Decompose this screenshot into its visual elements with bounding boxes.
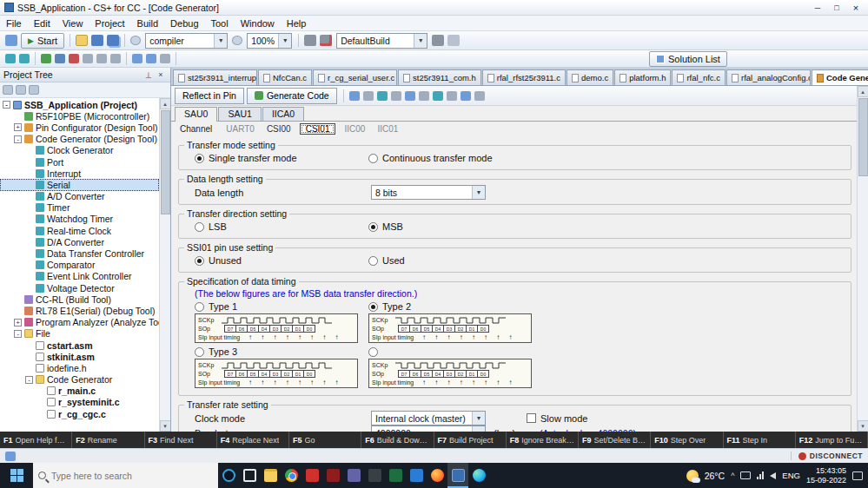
open-project-icon[interactable] [76, 35, 88, 46]
file-explorer-button[interactable] [260, 463, 281, 488]
chevron-down-icon[interactable]: ▾ [472, 186, 485, 199]
weather-icon[interactable] [686, 470, 699, 482]
tree-item-watchdog-timer[interactable]: Watchdog Timer [0, 214, 159, 225]
refresh-icon[interactable] [461, 91, 471, 101]
pinned-app-4-button[interactable] [406, 463, 427, 488]
tree-item-iodefine-h[interactable]: iodefine.h [0, 362, 159, 373]
tree-item-voltage-detector[interactable]: Voltage Detector [0, 282, 159, 293]
settings-icon[interactable] [447, 91, 457, 101]
editor-tab-nfccan[interactable]: NfcCan.c [258, 69, 312, 85]
function-key-button[interactable]: F2 Rename [72, 432, 144, 448]
collapse-all-icon[interactable] [3, 85, 13, 95]
generate-code-button[interactable]: Generate Code [247, 88, 337, 104]
channel-iic01[interactable]: IIC01 [374, 124, 401, 134]
language-indicator[interactable]: ENG [782, 471, 800, 480]
tab-iica0[interactable]: IICA0 [262, 107, 304, 121]
solution-list-button[interactable]: Solution List [649, 51, 727, 67]
lsb-radio[interactable]: LSB [195, 221, 368, 232]
back-icon[interactable] [5, 54, 16, 63]
display-icon[interactable] [740, 472, 751, 479]
editor-tab-code-generator[interactable]: Code Generator [812, 69, 868, 85]
rebuild-icon[interactable] [320, 35, 332, 46]
menu-item[interactable]: Project [89, 18, 130, 29]
search-combo[interactable]: compiler ▾ [145, 33, 228, 49]
tree-item-r-main-c[interactable]: r_main.c [0, 386, 159, 397]
output-report-icon[interactable] [349, 91, 360, 101]
notification-center-icon[interactable] [852, 472, 863, 480]
tree-expander[interactable]: + [14, 123, 22, 131]
tree-expander[interactable]: - [25, 376, 33, 384]
tree-expander[interactable]: - [14, 330, 22, 338]
scrollbar-thumb[interactable] [161, 110, 170, 214]
used-radio[interactable]: Used [368, 255, 405, 266]
step-in-icon[interactable] [83, 54, 93, 63]
start-button[interactable]: ▶ Start [21, 33, 64, 49]
build-icon[interactable] [304, 35, 316, 46]
weather-temperature[interactable]: 26°C [705, 471, 725, 481]
tree-item-ssb-application[interactable]: -SSB_Application (Project) [0, 99, 159, 110]
tree-item-clock-generator[interactable]: Clock Generator [0, 145, 159, 156]
cortana-button[interactable] [218, 463, 239, 488]
function-key-button[interactable]: F4 Replace Next [217, 432, 289, 448]
chevron-down-icon[interactable]: ▾ [472, 426, 485, 432]
tree-item-real-time-clock[interactable]: Real-time Clock [0, 225, 159, 236]
chevron-down-icon[interactable]: ▾ [414, 34, 427, 48]
function-key-button[interactable]: F7 Build Project [434, 432, 507, 448]
unused-radio[interactable]: Unused [195, 255, 368, 266]
menu-item[interactable]: View [56, 18, 89, 29]
type3-radio[interactable]: Type 3 [195, 346, 368, 357]
zoom-icon[interactable] [232, 36, 242, 45]
editor-tab-st25r3911-com[interactable]: st25r3911_com.h [398, 69, 481, 85]
tree-expander[interactable]: - [14, 135, 22, 143]
editor-tab-rfal-analogconfig[interactable]: rfal_analogConfig.c [726, 69, 811, 85]
function-key-button[interactable]: F10 Step Over [651, 432, 723, 448]
tree-settings-icon[interactable] [29, 85, 39, 95]
cs-plus-taskbar-button[interactable] [447, 463, 468, 488]
function-key-button[interactable]: F8 Ignore Break an... [507, 432, 579, 448]
minimize-button[interactable]: ─ [808, 2, 827, 14]
menu-item[interactable]: Tool [205, 18, 235, 29]
baudrate-combo[interactable]: ▾ [371, 425, 486, 432]
tree-item-event-link-controller[interactable]: Event Link Controller [0, 271, 159, 282]
tray-expand-icon[interactable]: ^ [731, 472, 734, 480]
tree-item-cstart-asm[interactable]: cstart.asm [0, 340, 159, 351]
pinned-app-1-button[interactable] [301, 463, 322, 488]
chevron-down-icon[interactable]: ▾ [214, 34, 227, 48]
scroll-down-icon[interactable]: ▾ [858, 420, 868, 432]
chevron-down-icon[interactable]: ▾ [278, 34, 291, 48]
editor-tab-platform[interactable]: platform.h [614, 69, 671, 85]
editor-tab-demo[interactable]: demo.c [567, 69, 613, 85]
type2-radio[interactable]: Type 2 [368, 301, 411, 312]
chevron-down-icon[interactable]: ▾ [472, 412, 485, 425]
tree-item-data-transfer-controller[interactable]: Data Transfer Controller [0, 247, 159, 259]
tree-expander[interactable]: - [3, 101, 10, 109]
tree-item-program-analyzer[interactable]: +Program Analyzer (Analyze Tool) [0, 317, 159, 328]
menu-item[interactable]: File [0, 18, 28, 29]
function-key-button[interactable]: F1 Open Help for [... [0, 432, 72, 448]
scroll-up-icon[interactable]: ▴ [858, 86, 868, 97]
zoom-combo[interactable]: 100% ▾ [247, 33, 292, 49]
tree-item-port[interactable]: Port [0, 156, 159, 168]
main-scrollbar[interactable]: ▴ ▾ [857, 86, 868, 432]
debug-pause-icon[interactable] [55, 54, 65, 63]
step-return-icon[interactable] [110, 54, 121, 63]
volume-icon[interactable] [770, 472, 776, 479]
editor-tab-st25r3911-interrupt[interactable]: st25r3911_interrupt.c [173, 69, 257, 85]
tree-item-r5f10pbe[interactable]: R5F10PBE (Microcontroller) [0, 110, 159, 122]
search-input[interactable] [51, 471, 213, 481]
type4-radio[interactable] [368, 347, 382, 357]
menu-item[interactable]: Build [131, 18, 164, 29]
pinned-app-3-button[interactable] [364, 463, 385, 488]
help-icon[interactable] [474, 91, 485, 101]
slow-mode-checkbox[interactable]: Slow mode [527, 413, 587, 424]
single-transfer-mode-radio[interactable]: Single transfer mode [195, 153, 368, 163]
taskbar-clock[interactable]: 15:43:05 15-09-2022 [806, 466, 846, 485]
tab-sau0[interactable]: SAU0 [175, 107, 217, 122]
msb-radio[interactable]: MSB [368, 221, 403, 232]
menu-item[interactable]: Edit [28, 18, 56, 29]
message-icon[interactable] [5, 452, 16, 461]
build-mode-combo[interactable]: DefaultBuild ▾ [336, 33, 427, 49]
editor-tab-rfal-rfst25r3911[interactable]: rfal_rfst25r3911.c [482, 69, 566, 85]
chrome-button[interactable] [281, 463, 301, 488]
function-key-button[interactable]: F9 Set/Delete Break [579, 432, 651, 448]
